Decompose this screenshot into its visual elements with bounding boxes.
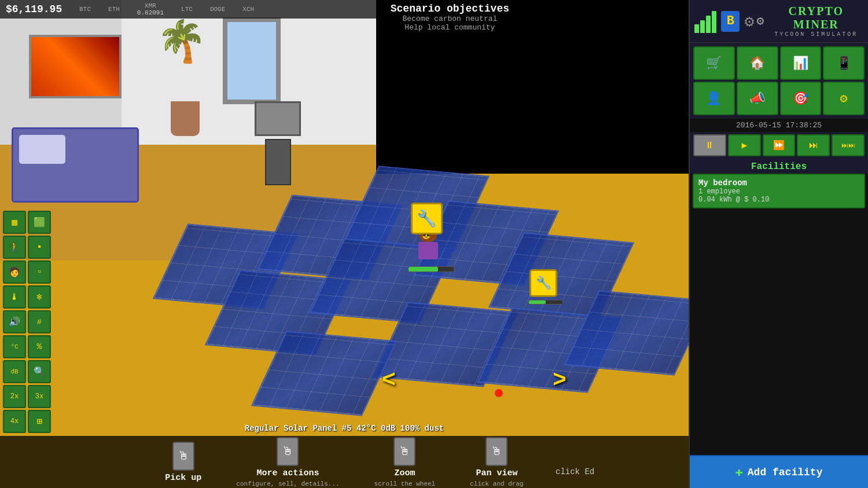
logo-sub: Tycoon Simulator	[769, 31, 863, 38]
ticker-btc: BTC	[79, 6, 91, 13]
terrain-tool-btn[interactable]: 🟩	[28, 211, 51, 234]
temp-tool-btn[interactable]: 🌡	[3, 285, 26, 309]
target-button[interactable]: 🎯	[780, 82, 822, 115]
palm-tree: 🌴	[156, 17, 207, 67]
zoom3-tool-btn[interactable]: 3x	[28, 385, 51, 408]
icon-grid: 🛒 🏠 📊 📱 👤 📣 🎯 ⚙	[690, 43, 868, 119]
tool-sign-2: 🔧	[529, 269, 557, 297]
layer-tool-btn[interactable]: ▪	[28, 236, 51, 259]
left-toolbar: ▦ 🟩 🚶 ▪ 🧑 ▫ 🌡 ❄ 🔊 # °C % dB 🔍 2x 3x 4x ⊞	[3, 211, 51, 433]
ticker-eth: ETH	[108, 6, 120, 13]
pickup-key: 🖱	[172, 442, 194, 471]
action-bar: 🖱 Pick up 🖱 More actions configure, sell…	[0, 436, 689, 488]
btc-label: BTC	[79, 6, 91, 13]
scroll-left-arrow[interactable]: <	[382, 368, 396, 394]
more-actions-action[interactable]: 🖱 More actions configure, sell, details.…	[236, 437, 339, 487]
ticker-xch: XCH	[242, 6, 254, 13]
panel-info: Regular Solar Panel #5 42°C 0dB 100% dus…	[245, 424, 444, 433]
logo-area: B ⚙ ⚙ Crypto Miner Tycoon Simulator	[690, 0, 868, 43]
ticker-ltc: LTC	[181, 6, 193, 13]
facility-card-bedroom[interactable]: My bedroom 1 employee 0.04 kWh @ $ 0.10	[693, 174, 865, 208]
zoom-sublabel: scroll the wheel	[374, 480, 436, 487]
settings-button[interactable]: ⚙	[823, 82, 865, 115]
more-actions-label: More actions	[256, 468, 319, 478]
logo-main: Crypto Miner	[769, 5, 863, 31]
game-area: 🌴 🔧 🔧	[0, 0, 689, 488]
scenario-objectives: Scenario objectives Become carbon neutra…	[391, 3, 509, 32]
click-ed-tooltip: click Ed	[556, 467, 594, 476]
employees-button[interactable]: 👤	[693, 82, 735, 115]
pc-tower	[265, 139, 291, 185]
eth-label: ETH	[108, 6, 120, 13]
facilities-label: Facilities	[690, 159, 868, 174]
speed-controls: ⏸ ▶ ⏩ ⏭ ⏭⏭	[690, 132, 868, 159]
desk-pc	[249, 101, 307, 182]
fast-forward-button[interactable]: ⏩	[763, 134, 796, 156]
celsius-tool-btn[interactable]: °C	[3, 335, 26, 358]
facility-employees: 1 employee	[698, 188, 859, 196]
ticker-doge: DOGE	[210, 6, 225, 13]
ticker-xmr: XMR 0.82091	[137, 2, 164, 16]
xmr-label: XMR	[145, 2, 156, 9]
mobile-button[interactable]: 📱	[823, 46, 865, 80]
play-button[interactable]: ▶	[728, 134, 761, 156]
zoom2-tool-btn[interactable]: 2x	[3, 385, 26, 408]
person-tool-btn[interactable]: 🧑	[3, 260, 26, 284]
scroll-right-arrow[interactable]: >	[553, 368, 567, 394]
plant-pot	[171, 101, 200, 136]
worker-progress-bar	[408, 266, 454, 272]
monitor	[255, 101, 301, 136]
window	[223, 17, 281, 104]
facilities-list: My bedroom 1 employee 0.04 kWh @ $ 0.10	[690, 174, 868, 455]
move-tool-btn[interactable]: 🚶	[3, 236, 26, 259]
scenario-obj-1: Become carbon neutral	[391, 14, 509, 23]
scenario-title: Scenario objectives	[391, 3, 509, 14]
worker-tool-sign: 🔧	[411, 203, 443, 234]
scenario-obj-2: Help local community	[391, 23, 509, 32]
db-tool-btn[interactable]: dB	[3, 360, 26, 383]
add-facility-button[interactable]: ✚ Add facility	[690, 455, 868, 488]
snow-tool-btn[interactable]: ❄	[28, 285, 51, 309]
worker-torso	[418, 242, 438, 259]
pan-action[interactable]: 🖱 Pan view click and drag	[470, 437, 523, 487]
warehouse-button[interactable]: 🏠	[737, 46, 778, 80]
right-panel: B ⚙ ⚙ Crypto Miner Tycoon Simulator 🛒 🏠 …	[689, 0, 868, 488]
pause-button[interactable]: ⏸	[693, 134, 726, 156]
xmr-value: 0.82091	[137, 9, 164, 16]
logo-text: Crypto Miner Tycoon Simulator	[769, 5, 863, 38]
game-scene: 🌴 🔧 🔧	[0, 0, 689, 488]
selection-marker	[495, 389, 503, 397]
zoom-key: 🖱	[393, 437, 415, 466]
marketing-button[interactable]: 📣	[737, 82, 778, 115]
facility-name: My bedroom	[698, 178, 859, 188]
zoom-label: Zoom	[394, 468, 415, 478]
mining-stats-button[interactable]: 📊	[780, 46, 822, 80]
doge-label: DOGE	[210, 6, 225, 13]
pan-label: Pan view	[476, 468, 517, 478]
shop-button[interactable]: 🛒	[693, 46, 735, 80]
hash-tool-btn[interactable]: #	[28, 310, 51, 333]
zoom1-tool-btn[interactable]: 🔍	[28, 360, 51, 383]
logo-bars	[694, 10, 716, 33]
zoom4-tool-btn[interactable]: 4x	[3, 410, 26, 433]
faster-button[interactable]: ⏭	[797, 134, 830, 156]
zoom-action[interactable]: 🖱 Zoom scroll the wheel	[374, 437, 436, 487]
logo-b-icon: B	[721, 11, 740, 32]
pickup-action[interactable]: 🖱 Pick up	[165, 442, 201, 483]
extra-tool-btn[interactable]: ⊞	[28, 410, 51, 433]
painting	[29, 35, 122, 98]
bed-pillow	[19, 135, 65, 164]
more-actions-key: 🖱	[277, 437, 299, 466]
pan-key: 🖱	[486, 437, 507, 466]
ltc-label: LTC	[181, 6, 193, 13]
xch-label: XCH	[242, 6, 254, 13]
percent-tool-btn[interactable]: %	[28, 335, 51, 358]
datetime-bar: 2016-05-15 17:38:25	[690, 119, 868, 132]
sound-tool-btn[interactable]: 🔊	[3, 310, 26, 333]
bed	[12, 127, 139, 203]
layer2-tool-btn[interactable]: ▫	[28, 260, 51, 284]
fastest-button[interactable]: ⏭⏭	[832, 134, 865, 156]
floor-tool-btn[interactable]: ▦	[3, 211, 26, 234]
balance-display: $6,119.95	[6, 3, 62, 15]
add-facility-label: Add facility	[748, 467, 823, 478]
